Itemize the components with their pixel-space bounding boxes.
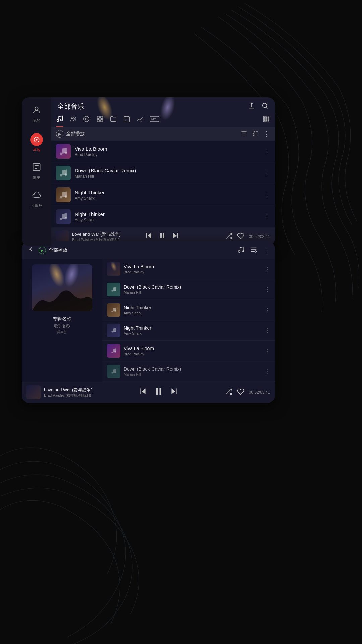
- w2-song-row[interactable]: Night Thinker Amy Shark ⋮: [102, 320, 275, 341]
- svg-text:10: 10: [140, 121, 142, 122]
- play-all-button[interactable]: ▶ 全部播放: [56, 130, 85, 138]
- tab-artist[interactable]: [69, 115, 77, 127]
- svg-point-13: [74, 117, 76, 119]
- tab-stats[interactable]: 10: [136, 115, 144, 127]
- tab-calendar[interactable]: 10: [123, 115, 130, 127]
- w2-song-more-1[interactable]: ⋮: [265, 266, 270, 272]
- song-thumb-1: [56, 144, 71, 159]
- sidebar-label-local: 本地: [33, 147, 40, 152]
- svg-marker-55: [173, 233, 177, 238]
- window1: 我的 本地 歌单: [22, 97, 275, 246]
- tab-view-grid[interactable]: [263, 115, 270, 127]
- queue-icon[interactable]: [250, 246, 257, 255]
- list-view-icon[interactable]: [241, 130, 247, 138]
- w2-thumb-4: [107, 324, 120, 337]
- song-more-4[interactable]: ⋮: [264, 213, 270, 220]
- tab-album[interactable]: [83, 115, 90, 127]
- svg-rect-31: [264, 118, 265, 120]
- song-more-3[interactable]: ⋮: [264, 191, 270, 199]
- song-row[interactable]: Viva La Bloom Brad Paisley ⋮: [51, 141, 275, 162]
- w2-song-artist-6: Marian Hill: [124, 372, 261, 376]
- upload-icon[interactable]: [248, 102, 255, 111]
- svg-marker-51: [148, 233, 151, 238]
- w2-menu-button[interactable]: ⋮: [263, 246, 269, 254]
- svg-marker-78: [172, 388, 175, 394]
- svg-line-58: [229, 237, 231, 239]
- svg-point-50: [65, 217, 67, 219]
- w2-np-extra: 00:52/03:41: [225, 388, 270, 397]
- music-note-icon[interactable]: [237, 246, 245, 255]
- svg-rect-29: [266, 116, 267, 118]
- svg-rect-77: [160, 388, 161, 395]
- w2-song-artist-4: Amy Shark: [124, 331, 261, 335]
- w2-playback-controls: [139, 386, 178, 398]
- svg-point-72: [111, 372, 113, 374]
- w2-song-more-6[interactable]: ⋮: [265, 368, 270, 375]
- next-button[interactable]: [172, 232, 180, 242]
- w2-song-more-4[interactable]: ⋮: [265, 327, 270, 334]
- w2-top-right: [237, 246, 257, 255]
- sidebar-item-local[interactable]: 本地: [23, 130, 50, 156]
- playback-controls: [145, 232, 180, 242]
- prev-button[interactable]: [145, 232, 153, 242]
- w2-song-title-4: Night Thinker: [124, 325, 261, 331]
- svg-point-10: [57, 120, 59, 122]
- song-row[interactable]: Night Thinker Amy Shark ⋮: [51, 206, 275, 228]
- song-more-2[interactable]: ⋮: [264, 169, 270, 177]
- search-icon[interactable]: [261, 102, 269, 111]
- song-artist-4: Amy Shark: [75, 218, 260, 222]
- shuffle-icon[interactable]: [225, 232, 232, 241]
- w2-song-more-5[interactable]: ⋮: [265, 348, 270, 354]
- svg-point-70: [111, 352, 113, 353]
- w2-song-row[interactable]: Viva La Bloom Brad Paisley ⋮: [102, 341, 275, 361]
- song-row[interactable]: Night Thinker Amy Shark ⋮: [51, 184, 275, 206]
- svg-point-69: [114, 331, 116, 332]
- w2-next-button[interactable]: [170, 387, 178, 398]
- w2-favorite-icon[interactable]: [237, 388, 244, 397]
- svg-rect-16: [97, 116, 99, 118]
- w2-song-row[interactable]: Down (Black Caviar Remix) Marian Hill ⋮: [102, 279, 275, 300]
- pause-button[interactable]: [158, 232, 166, 242]
- toolbar: ▶ 全部播放 ⋮: [51, 127, 275, 141]
- song-more-1[interactable]: ⋮: [264, 148, 270, 155]
- play-all-label: 全部播放: [66, 131, 85, 137]
- w2-song-info-1: Viva La Bloom Brad Paisley: [124, 264, 261, 274]
- song-row[interactable]: Down (Black Caviar Remix) Marian Hill ⋮: [51, 162, 275, 184]
- svg-rect-33: [268, 118, 269, 120]
- song-info-2: Down (Black Caviar Remix) Marian Hill: [75, 168, 260, 179]
- back-button[interactable]: [27, 246, 35, 255]
- w2-now-playing-bar: Love and War (爱与战争) Brad Paisley (布拉德·帕斯…: [22, 382, 275, 403]
- more-icon[interactable]: ⋮: [263, 130, 270, 138]
- song-list: Viva La Bloom Brad Paisley ⋮ Down (Black…: [51, 141, 275, 228]
- w2-song-row[interactable]: Viva La Bloom Brad Paisley ⋮: [102, 259, 275, 279]
- w2-song-more-3[interactable]: ⋮: [265, 307, 270, 313]
- w2-shuffle-icon[interactable]: [225, 388, 232, 397]
- np-title: Love and War (爱与战争): [72, 231, 121, 237]
- w2-pause-button[interactable]: [154, 386, 164, 398]
- sidebar-item-my[interactable]: 我的: [23, 102, 50, 126]
- w2-thumb-6: [107, 365, 120, 378]
- window2: ▶ 全部播放 ⋮: [22, 241, 275, 403]
- np-time: 00:52/03:41: [249, 234, 270, 239]
- sidebar-item-cloud[interactable]: 云服务: [23, 187, 50, 211]
- tab-music[interactable]: [56, 115, 63, 127]
- svg-point-49: [60, 218, 62, 220]
- w2-song-title-2: Down (Black Caviar Remix): [124, 284, 261, 290]
- svg-point-43: [60, 153, 62, 155]
- w2-song-more-2[interactable]: ⋮: [265, 286, 270, 293]
- w2-left: 专辑名称 歌手名称 共X首: [22, 259, 102, 382]
- song-info-3: Night Thinker Amy Shark: [75, 190, 260, 201]
- song-thumb-3: [56, 187, 71, 202]
- sidebar: 我的 本地 歌单: [22, 97, 51, 246]
- w2-song-row[interactable]: Night Thinker Amy Shark ⋮: [102, 300, 275, 320]
- svg-point-65: [114, 290, 116, 291]
- album-art-stage: [32, 264, 92, 311]
- svg-point-64: [111, 290, 113, 292]
- svg-point-47: [60, 196, 62, 199]
- w2-prev-button[interactable]: [139, 387, 147, 398]
- w2-song-row[interactable]: Down (Black Caviar Remix) Marian Hill ⋮: [102, 361, 275, 382]
- song-title-4: Night Thinker: [75, 211, 260, 217]
- check-list-icon[interactable]: [252, 130, 259, 138]
- favorite-icon[interactable]: [237, 232, 244, 241]
- sidebar-item-playlist[interactable]: 歌单: [23, 159, 50, 183]
